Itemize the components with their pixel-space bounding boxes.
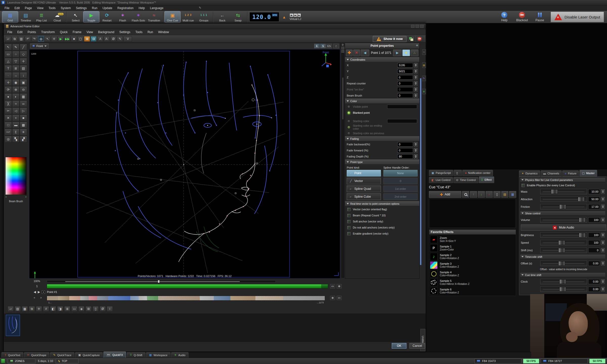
grid-snap-toggle[interactable]: ⊞ — [84, 36, 90, 42]
point-kind-button[interactable]: · Point — [347, 170, 381, 176]
tool-mesh[interactable]: ▩ — [20, 122, 27, 128]
afe-menu-item[interactable]: Transform — [38, 30, 57, 35]
color-section-header[interactable]: Color — [345, 99, 419, 104]
grid-button[interactable]: ▦ Grid — [2, 11, 18, 22]
spline-order-button[interactable]: 1st order — [383, 186, 418, 192]
copy-button[interactable]: ⧉ — [12, 36, 18, 42]
slider-thumb[interactable] — [558, 240, 565, 245]
checkbox[interactable] — [347, 220, 351, 223]
flash-solo-button[interactable]: ✶ Flash-Solo — [131, 11, 146, 22]
viewport-toggle[interactable]: ES — [326, 44, 332, 48]
frame-thumbnail[interactable] — [6, 315, 20, 336]
spinner[interactable] — [414, 81, 418, 86]
prev-frame-button[interactable]: ◀ — [34, 290, 36, 294]
menu-item[interactable]: Registration — [115, 6, 136, 10]
favorite-effect-item[interactable]: Sample 4Color+Rotation Z — [429, 269, 516, 278]
tool-rings[interactable]: ◎ — [5, 136, 12, 143]
attraction-slider[interactable] — [540, 196, 587, 202]
viewport-toggle[interactable]: S — [320, 44, 326, 48]
tap-tempo-icon[interactable]: ▲ — [282, 15, 286, 19]
tl-info[interactable]: i — [107, 306, 113, 312]
afe-menu-item[interactable]: Quick — [57, 30, 70, 35]
spinner[interactable] — [414, 148, 418, 153]
diameter-button[interactable]: Ø — [110, 36, 116, 42]
spline-order-button[interactable]: 2nd order — [383, 193, 418, 200]
point-kind-button[interactable]: ╱ Vector — [347, 178, 381, 184]
tool-loop[interactable]: ∞ — [20, 100, 27, 107]
slider-value[interactable]: 100 — [588, 240, 600, 245]
tab-quickfx[interactable]: FX QuickFX — [103, 352, 126, 358]
brush-tab-icon[interactable]: ✎ — [422, 76, 426, 81]
afe-titlebar[interactable]: Advanced Frame Editor — [4, 24, 426, 29]
tool-checker[interactable]: ▚ — [12, 136, 19, 143]
tool-point[interactable]: · — [5, 72, 12, 79]
tl-doc[interactable]: ▯ — [93, 306, 99, 312]
slider-value[interactable]: 0.00 — [588, 287, 600, 292]
afe-menu-item[interactable]: Window — [156, 30, 171, 35]
slider-value[interactable]: 0.00 — [588, 261, 600, 266]
tool-zoom-in[interactable]: ⊕ — [12, 86, 19, 93]
bpm-display[interactable]: 120.0 BPM — [249, 12, 279, 22]
color-swatch[interactable] — [387, 119, 417, 123]
menu-item[interactable]: Settings — [73, 6, 89, 10]
tl-save[interactable]: ▦ — [22, 306, 28, 312]
mute-audio-button[interactable]: Mute Audio — [521, 224, 606, 231]
flash-button[interactable]: ✶ Flash — [115, 11, 131, 22]
restart-button[interactable]: ⟳ Restart — [99, 11, 115, 22]
value-input[interactable]: 80 — [397, 154, 413, 159]
tl-open[interactable]: ▤ — [15, 306, 21, 312]
spinner[interactable] — [601, 204, 605, 209]
spinner[interactable] — [601, 197, 605, 201]
tool-rotate[interactable]: ⟳ — [5, 86, 12, 93]
menu-item[interactable]: Help — [136, 6, 147, 10]
strip-icon[interactable] — [341, 47, 344, 49]
point-kind-button[interactable]: ⌐ Spline Quad — [347, 186, 381, 192]
tab-workspace[interactable]: ▦ Workspace — [146, 352, 170, 358]
favorite-effect-item[interactable]: Sample 6Color+Rotation Z — [429, 287, 516, 295]
tl-grid[interactable]: # — [43, 306, 49, 312]
tool-pen[interactable]: ✎ — [12, 44, 19, 51]
show-control-header[interactable]: Show control — [520, 211, 605, 216]
afe-menu-item[interactable]: File — [5, 30, 15, 35]
tab-quicktrace[interactable]: ✎ QuickTrace — [50, 352, 74, 358]
tab-pangoscript[interactable]: ▣ PangoScript — [429, 170, 453, 176]
value-input[interactable]: 0 — [397, 148, 413, 153]
blackout-button[interactable]: Blackout — [513, 12, 531, 22]
enable-physics-checkbox[interactable] — [522, 184, 525, 187]
tab-document[interactable]: ▯ — [454, 170, 462, 176]
output-device[interactable]: FB4 18727 — [541, 359, 588, 363]
color-swatch[interactable] — [387, 105, 417, 109]
value-input[interactable]: 0 — [397, 93, 413, 98]
help-button[interactable]: ? Help — [495, 12, 513, 22]
value-input[interactable]: 0 — [397, 87, 413, 92]
tool-bar[interactable]: ▬ — [12, 122, 19, 128]
list-tab-icon[interactable]: ≣ — [422, 89, 426, 94]
point-type-section-header[interactable]: Point type — [345, 160, 419, 165]
add-effect-button[interactable]: Add — [429, 191, 461, 198]
tab-quickcapture[interactable]: ▣ QuickCapture — [75, 352, 103, 358]
spinner[interactable] — [414, 93, 418, 98]
tool-contrast[interactable]: ◐ — [12, 93, 19, 100]
tool-add[interactable]: + — [12, 115, 19, 121]
checkbox[interactable] — [347, 232, 351, 235]
timeline-button[interactable]: ▤ Timeline — [18, 11, 34, 22]
afe-menu-item[interactable]: Frame — [70, 30, 84, 35]
menu-item[interactable]: Page — [22, 6, 34, 10]
afe-menu-item[interactable]: Points — [25, 30, 38, 35]
single-point-mode-button[interactable] — [402, 50, 410, 56]
volume-slider[interactable] — [540, 217, 587, 223]
undo-button[interactable]: ↶ — [25, 36, 31, 42]
value-input[interactable]: 0 — [397, 142, 413, 147]
checkbox[interactable] — [347, 208, 351, 211]
spinner[interactable] — [601, 233, 605, 237]
new-frame-button[interactable]: ▱ — [5, 36, 11, 42]
tl-gem[interactable]: ◈ — [78, 306, 84, 312]
checkbox[interactable] — [347, 226, 351, 229]
document-tab-icon[interactable]: ▤ — [422, 62, 426, 68]
slider-value[interactable]: 100 — [588, 217, 600, 222]
slider-value[interactable]: 100 — [588, 233, 600, 238]
tool-cross[interactable]: ✛ — [20, 58, 27, 65]
multi-cue-button[interactable]: 1 2 3 Multi cue — [180, 11, 196, 22]
select-mode-button[interactable]: ↖ — [45, 36, 51, 42]
virtual-lj-button[interactable]: ▶▶▶ Virtual LJ — [287, 14, 304, 20]
